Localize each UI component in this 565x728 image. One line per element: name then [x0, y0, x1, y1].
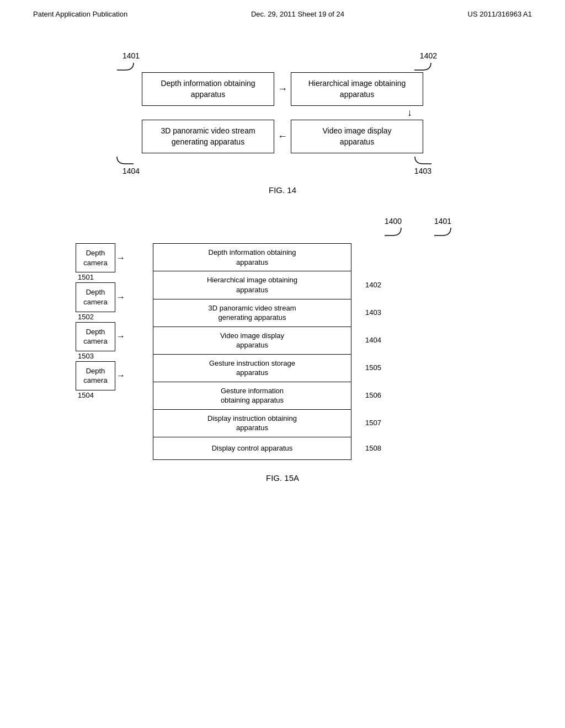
cam-group-1504: Depth camera → 1504	[76, 361, 147, 399]
side-num-1402: 1402	[365, 280, 381, 290]
row-3d-panoramic: 3D panoramic video streamgenerating appa…	[153, 299, 351, 327]
label-1401-15: 1401	[434, 217, 451, 226]
row-gesture-info: Gesture informationobtaining apparatus 1…	[153, 382, 351, 410]
arrow-1503: →	[116, 331, 125, 341]
row-hierarchical: Hierarchical image obtainingapparatus 14…	[153, 271, 351, 299]
bracket-1400	[379, 226, 407, 238]
fig14-box3: 3D panoramic video stream generating app…	[142, 120, 274, 153]
row-gesture-storage: Gesture instruction storageapparatus 150…	[153, 355, 351, 382]
cam-group-1502: Depth camera → 1502	[76, 282, 147, 320]
row-display-instruction: Display instruction obtainingapparatus 1…	[153, 410, 351, 437]
bracket-1404-top	[106, 156, 139, 167]
row-3d-text: 3D panoramic video streamgenerating appa…	[209, 303, 296, 323]
side-num-1506: 1506	[365, 391, 381, 401]
row-video-display-text: Video image displayapparatus	[220, 331, 284, 350]
header-left: Patent Application Publication	[33, 10, 127, 18]
cam-box-1504: Depth camera	[76, 361, 115, 390]
side-num-1505: 1505	[365, 363, 381, 373]
fig15-main-layout: Depth camera → 1501 Depth camera → 1502	[76, 243, 489, 460]
page-content: 1401 1402 Depth information obtaining ap…	[0, 24, 565, 494]
fig15-right-col: Depth information obtainingapparatus Hie…	[153, 243, 489, 460]
cam-group-1501: Depth camera → 1501	[76, 243, 147, 281]
fig15-top-labels: 1400 1401	[76, 217, 456, 238]
side-num-1508: 1508	[365, 443, 381, 453]
cam-group-1503: Depth camera → 1503	[76, 322, 147, 360]
header-right: US 2011/316963 A1	[468, 10, 532, 18]
bracket-1401-15	[429, 226, 456, 238]
bracket-1401	[106, 60, 139, 71]
side-num-1403: 1403	[365, 308, 381, 318]
row-display-instruction-text: Display instruction obtainingapparatus	[207, 414, 297, 433]
fig14-box4: Video image display apparatus	[291, 120, 423, 153]
arrow-left-1: ←	[274, 120, 291, 153]
page-header: Patent Application Publication Dec. 29, …	[0, 0, 565, 24]
cam-box-1502: Depth camera	[76, 282, 115, 312]
row-gesture-storage-text: Gesture instruction storageapparatus	[209, 358, 295, 378]
num-1504: 1504	[78, 391, 94, 399]
label-1402: 1402	[403, 51, 437, 71]
arrow-right-1: →	[274, 72, 291, 106]
arrow-1501: →	[116, 253, 125, 263]
label-1401: 1401	[106, 51, 140, 71]
label-1400: 1400	[385, 217, 402, 226]
side-num-1507: 1507	[365, 419, 381, 429]
fig14-caption: FIG. 14	[89, 185, 476, 195]
row-depth-info-text: Depth information obtainingapparatus	[209, 248, 296, 267]
row-display-control: Display control apparatus 1508	[153, 437, 351, 459]
fig15a-caption: FIG. 15A	[76, 473, 489, 483]
label-1403: 1403	[404, 156, 437, 175]
arrow-1502: →	[116, 292, 125, 302]
fig15a-container: 1400 1401 Depth camera →	[76, 217, 489, 483]
row-depth-info: Depth information obtainingapparatus	[153, 244, 351, 271]
num-1503: 1503	[78, 352, 94, 360]
cam-box-1503: Depth camera	[76, 322, 115, 351]
num-1502: 1502	[78, 313, 94, 321]
bracket-1402	[403, 60, 436, 71]
label-1404: 1404	[106, 156, 140, 175]
fig14-box1: Depth information obtaining apparatus	[142, 72, 274, 106]
row-hierarchical-text: Hierarchical image obtainingapparatus	[207, 275, 297, 295]
fig14-box2: Hierarchical image obtaining apparatus	[291, 72, 423, 106]
fig15-outer-box: Depth information obtainingapparatus Hie…	[153, 243, 351, 460]
bracket-1403-top	[404, 156, 437, 167]
header-center: Dec. 29, 2011 Sheet 19 of 24	[251, 10, 344, 18]
arrow-1504: →	[116, 371, 125, 381]
side-num-1404: 1404	[365, 335, 381, 345]
row-gesture-info-text: Gesture informationobtaining apparatus	[221, 386, 284, 405]
row-video-display: Video image displayapparatus 1404	[153, 327, 351, 355]
cam-box-1501: Depth camera	[76, 243, 115, 272]
row-display-control-text: Display control apparatus	[212, 443, 293, 453]
num-1501: 1501	[78, 273, 94, 281]
fig14-container: 1401 1402 Depth information obtaining ap…	[89, 51, 476, 195]
arrow-down-area: ↓	[89, 107, 476, 119]
fig15-left-col: Depth camera → 1501 Depth camera → 1502	[76, 243, 147, 400]
